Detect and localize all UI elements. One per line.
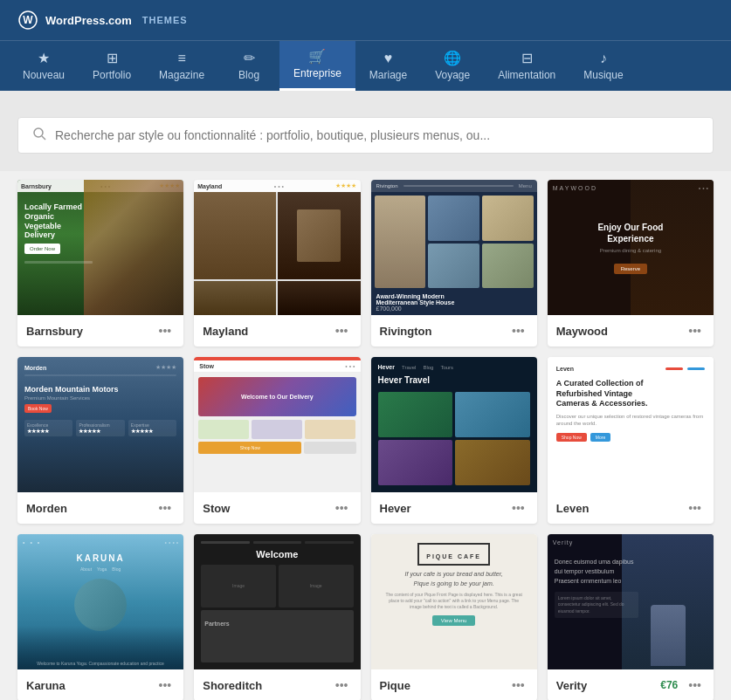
- nav-item-musique[interactable]: ♪ Musique: [569, 41, 637, 91]
- music-icon: ♪: [600, 51, 607, 65]
- nav-label-voyage: Voyage: [435, 69, 470, 81]
- theme-more-verity[interactable]: •••: [685, 676, 705, 694]
- theme-name-leven: Leven: [556, 502, 590, 515]
- theme-name-morden: Morden: [26, 502, 67, 515]
- theme-preview-stow: Stow • • • Welcome to Our Delivery: [194, 357, 360, 492]
- theme-more-leven[interactable]: •••: [685, 499, 705, 517]
- theme-preview-verity: Verity • • • Donec euismod uma dapibus d…: [548, 534, 714, 669]
- theme-card-barnsbury[interactable]: Barnsbury • • • ★★★★ Locally FarmedOrgan…: [17, 180, 183, 347]
- nav-item-magazine[interactable]: ≡ Magazine: [145, 41, 218, 91]
- theme-nav: ★ Nouveau ⊞ Portfolio ≡ Magazine ✏ Blog …: [0, 40, 731, 91]
- theme-preview-pique: PIQUE CAFE If your cafe is your bread an…: [371, 534, 537, 669]
- theme-name-mayland: Mayland: [203, 325, 248, 338]
- theme-card-morden[interactable]: Morden ★★★★ Morden Mountain Motors Premi…: [17, 357, 183, 524]
- theme-card-maywood[interactable]: MAYWOOD • • • Enjoy Our FoodExperience P…: [548, 180, 714, 347]
- nav-item-nouveau[interactable]: ★ Nouveau: [9, 41, 79, 91]
- theme-footer-rivington: Rivington •••: [371, 315, 537, 347]
- theme-name-pique: Pique: [380, 679, 410, 692]
- svg-text:W: W: [23, 14, 33, 26]
- theme-name-stow: Stow: [203, 502, 230, 515]
- theme-preview-rivington: Rivington Menu Award-Winning ModernMedit…: [371, 180, 537, 315]
- theme-preview-shoreditch: Welcome Image Image Partners: [194, 534, 360, 669]
- search-input[interactable]: [55, 128, 699, 142]
- nav-label-magazine: Magazine: [159, 69, 204, 81]
- theme-more-mayland[interactable]: •••: [332, 322, 352, 340]
- svg-line-3: [42, 136, 45, 140]
- nav-label-blog: Blog: [238, 69, 259, 81]
- theme-card-stow[interactable]: Stow • • • Welcome to Our Delivery: [194, 357, 360, 524]
- theme-more-shoreditch[interactable]: •••: [332, 676, 352, 694]
- main-content: Barnsbury • • • ★★★★ Locally FarmedOrgan…: [0, 171, 731, 700]
- theme-more-hever[interactable]: •••: [508, 499, 528, 517]
- theme-card-rivington[interactable]: Rivington Menu Award-Winning ModernMedit…: [371, 180, 537, 347]
- nav-label-portfolio: Portfolio: [93, 69, 131, 81]
- header: W WordPress.com THEMES: [0, 0, 731, 40]
- globe-icon: 🌐: [444, 51, 461, 65]
- theme-preview-morden: Morden ★★★★ Morden Mountain Motors Premi…: [17, 357, 183, 492]
- nav-label-musique: Musique: [583, 69, 623, 81]
- theme-card-leven[interactable]: Leven A Curated Collection ofRefurbished…: [548, 357, 714, 524]
- theme-actions-verity: €76 •••: [660, 676, 705, 694]
- brand-name: WordPress.com: [45, 14, 132, 27]
- theme-more-rivington[interactable]: •••: [508, 322, 528, 340]
- search-bar: [17, 117, 714, 154]
- theme-more-pique[interactable]: •••: [508, 676, 528, 694]
- theme-more-barnsbury[interactable]: •••: [155, 322, 176, 340]
- theme-footer-barnsbury: Barnsbury •••: [17, 315, 183, 347]
- theme-card-pique[interactable]: PIQUE CAFE If your cafe is your bread an…: [371, 534, 537, 700]
- theme-name-barnsbury: Barnsbury: [26, 325, 83, 338]
- nav-label-mariage: Mariage: [369, 69, 407, 81]
- wordpress-logo: W: [17, 10, 38, 31]
- cart-icon: 🛒: [308, 50, 326, 64]
- theme-card-shoreditch[interactable]: Welcome Image Image Partners: [194, 534, 360, 700]
- theme-card-hever[interactable]: Hever Travel Blog Tours Hever Travel H: [371, 357, 537, 524]
- theme-grid: Barnsbury • • • ★★★★ Locally FarmedOrgan…: [17, 180, 714, 700]
- heart-icon: ♥: [384, 51, 393, 65]
- nav-label-entreprise: Entreprise: [293, 67, 341, 79]
- theme-footer-mayland: Mayland •••: [194, 315, 360, 347]
- theme-name-hever: Hever: [380, 502, 411, 515]
- search-icon: [32, 127, 46, 144]
- theme-more-morden[interactable]: •••: [155, 499, 176, 517]
- brand[interactable]: W WordPress.com THEMES: [17, 10, 188, 31]
- nav-item-voyage[interactable]: 🌐 Voyage: [421, 41, 484, 91]
- themes-label: THEMES: [142, 15, 188, 25]
- nav-label-nouveau: Nouveau: [23, 69, 65, 81]
- theme-footer-morden: Morden •••: [17, 492, 183, 524]
- magazine-icon: ≡: [177, 51, 185, 65]
- theme-preview-mayland: Mayland • • • ★★★★: [194, 180, 360, 315]
- theme-card-verity[interactable]: Verity • • • Donec euismod uma dapibus d…: [548, 534, 714, 700]
- theme-more-karuna[interactable]: •••: [155, 676, 176, 694]
- theme-footer-maywood: Maywood •••: [548, 315, 714, 347]
- theme-preview-karuna: • • • • • • • KARUNA About Yoga Blog Wel…: [17, 534, 183, 669]
- theme-footer-hever: Hever •••: [371, 492, 537, 524]
- search-area: [0, 91, 731, 171]
- food-icon: ⊟: [521, 51, 533, 65]
- nav-item-blog[interactable]: ✏ Blog: [218, 41, 279, 91]
- theme-more-maywood[interactable]: •••: [685, 322, 705, 340]
- theme-footer-stow: Stow •••: [194, 492, 360, 524]
- nav-item-alimentation[interactable]: ⊟ Alimentation: [484, 41, 569, 91]
- blog-icon: ✏: [244, 51, 255, 65]
- theme-name-rivington: Rivington: [380, 325, 432, 338]
- nav-item-portfolio[interactable]: ⊞ Portfolio: [79, 41, 145, 91]
- nav-item-entreprise[interactable]: 🛒 Entreprise: [279, 41, 355, 91]
- svg-point-2: [34, 128, 43, 137]
- theme-more-stow[interactable]: •••: [332, 499, 352, 517]
- portfolio-icon: ⊞: [107, 51, 118, 65]
- theme-price-verity: €76: [660, 679, 678, 691]
- theme-preview-hever: Hever Travel Blog Tours Hever Travel: [371, 357, 537, 492]
- nav-label-alimentation: Alimentation: [498, 69, 555, 81]
- theme-card-karuna[interactable]: • • • • • • • KARUNA About Yoga Blog Wel…: [17, 534, 183, 700]
- theme-preview-leven: Leven A Curated Collection ofRefurbished…: [548, 357, 714, 492]
- theme-footer-pique: Pique •••: [371, 669, 537, 700]
- theme-name-karuna: Karuna: [26, 679, 66, 692]
- theme-name-shoreditch: Shoreditch: [203, 679, 262, 692]
- theme-footer-verity: Verity €76 •••: [548, 669, 714, 700]
- theme-preview-maywood: MAYWOOD • • • Enjoy Our FoodExperience P…: [548, 180, 714, 315]
- theme-card-mayland[interactable]: Mayland • • • ★★★★ Mayland •••: [194, 180, 360, 347]
- theme-name-maywood: Maywood: [556, 325, 608, 338]
- theme-footer-karuna: Karuna •••: [17, 669, 183, 700]
- nav-item-mariage[interactable]: ♥ Mariage: [355, 41, 421, 91]
- theme-footer-leven: Leven •••: [548, 492, 714, 524]
